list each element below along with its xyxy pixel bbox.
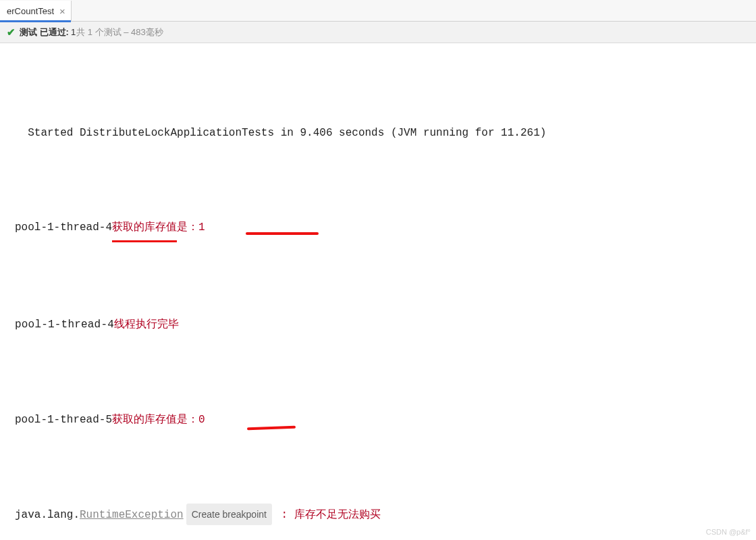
- console-line: pool-1-thread-4获取的库存值是：1: [5, 216, 747, 242]
- log-text: 获取的库存值: [112, 216, 177, 242]
- check-icon: ✔: [7, 26, 16, 38]
- console-line: pool-1-thread-5获取的库存值是：0: [5, 408, 747, 432]
- status-summary: 共 1 个测试 – 483毫秒: [76, 26, 163, 38]
- watermark: CSDN @p&f°: [706, 528, 751, 536]
- thread-name: pool-1-thread-4: [15, 216, 112, 240]
- tab-title: erCountTest: [7, 6, 54, 16]
- test-status-bar: ✔ 测试 已通过: 1 共 1 个测试 – 483毫秒: [0, 22, 756, 43]
- status-passed-label: 测试 已通过:: [20, 26, 69, 38]
- annotation-stroke: [247, 426, 296, 431]
- create-breakpoint-button[interactable]: Create breakpoint: [186, 504, 272, 526]
- exception-class[interactable]: RuntimeException: [80, 504, 184, 527]
- log-text: 线程执行完毕: [114, 313, 179, 337]
- close-icon[interactable]: ×: [59, 5, 65, 17]
- annotation-stroke: [246, 232, 319, 235]
- console-line: pool-1-thread-4线程执行完毕: [5, 313, 747, 337]
- startup-log: Started DistributeLockApplicationTests i…: [15, 122, 546, 145]
- status-passed-count: 1: [71, 27, 76, 37]
- exception-pkg: java.lang.: [15, 504, 80, 527]
- log-text: 获取的库存值是：0: [112, 408, 205, 432]
- console-output[interactable]: Started DistributeLockApplicationTests i…: [0, 43, 756, 540]
- log-text: 是：1: [177, 216, 205, 240]
- tab-bar: erCountTest ×: [0, 0, 756, 22]
- console-line: Started DistributeLockApplicationTests i…: [5, 122, 747, 145]
- thread-name: pool-1-thread-5: [15, 408, 112, 432]
- tab-test-results[interactable]: erCountTest ×: [0, 1, 72, 21]
- thread-name: pool-1-thread-4: [15, 313, 114, 337]
- exception-msg: : 库存不足无法购买: [275, 504, 381, 527]
- console-line: java.lang.RuntimeException Create breakp…: [5, 504, 747, 527]
